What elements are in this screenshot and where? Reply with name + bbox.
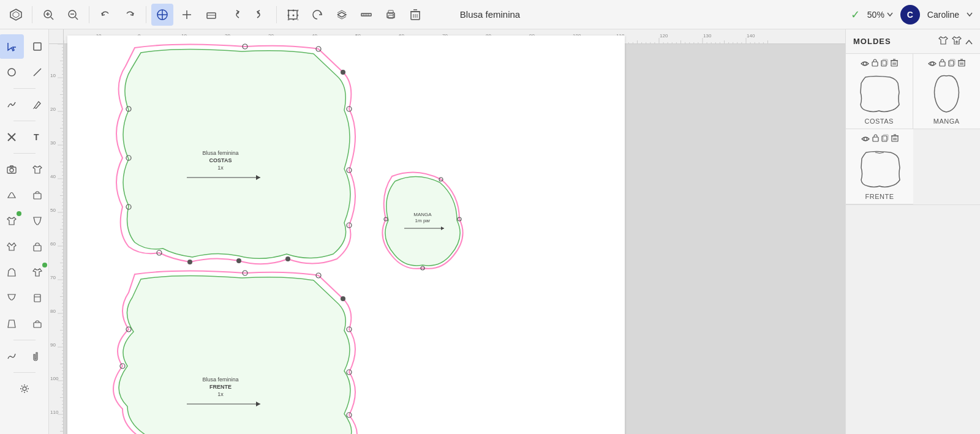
manga-lock-icon[interactable] bbox=[939, 59, 946, 69]
shirt1-tool[interactable] bbox=[25, 157, 50, 182]
svg-rect-471 bbox=[872, 62, 878, 66]
svg-text:40: 40 bbox=[50, 174, 56, 179]
panel-header: MOLDES bbox=[846, 29, 980, 54]
layers-button[interactable] bbox=[331, 4, 353, 26]
select-tool-button[interactable] bbox=[151, 4, 173, 26]
pen-tool[interactable] bbox=[25, 92, 50, 117]
clip-tool[interactable] bbox=[25, 344, 50, 369]
circle-tool[interactable] bbox=[0, 60, 24, 84]
add-point-button[interactable] bbox=[176, 4, 198, 26]
zoom-in-button[interactable] bbox=[37, 4, 59, 26]
zoom-value: 50% bbox=[867, 10, 884, 20]
zoom-out-button[interactable] bbox=[62, 4, 84, 26]
costas-copy-icon[interactable] bbox=[881, 59, 888, 69]
frente-icons-row bbox=[861, 134, 899, 144]
panel-shirt-icon[interactable] bbox=[938, 36, 948, 47]
svg-text:10: 10 bbox=[50, 73, 56, 78]
svg-line-43 bbox=[34, 69, 41, 76]
left-toolbar: T bbox=[0, 29, 49, 434]
user-avatar[interactable]: C bbox=[900, 5, 920, 24]
svg-rect-51 bbox=[34, 245, 41, 251]
redo-button[interactable] bbox=[119, 4, 141, 26]
manga-copy-icon[interactable] bbox=[948, 59, 956, 69]
close-tool[interactable] bbox=[0, 125, 24, 149]
costas-delete-icon[interactable] bbox=[891, 59, 898, 69]
blouse-tool[interactable] bbox=[0, 209, 24, 233]
hat-tool[interactable] bbox=[0, 183, 24, 208]
panel-add-icon[interactable] bbox=[952, 36, 962, 47]
blouse-dot bbox=[17, 211, 21, 216]
manga-eye-icon[interactable] bbox=[928, 59, 937, 69]
svg-text:100: 100 bbox=[50, 376, 59, 381]
rect-tool[interactable] bbox=[25, 34, 50, 59]
ruler-corner bbox=[49, 29, 64, 44]
rotate-button[interactable] bbox=[306, 4, 328, 26]
svg-point-18 bbox=[293, 9, 295, 11]
svg-point-20 bbox=[288, 14, 290, 16]
svg-line-5 bbox=[51, 17, 53, 20]
costas-eye-icon[interactable] bbox=[861, 59, 869, 69]
tshirt-tool[interactable] bbox=[25, 260, 50, 285]
svg-text:30: 30 bbox=[50, 140, 56, 146]
tool-sep2 bbox=[13, 121, 36, 121]
measure-button[interactable] bbox=[355, 4, 377, 26]
main-toolbar: Blusa feminina ✓ 50% C Caroline bbox=[0, 0, 980, 29]
user-name: Caroline bbox=[927, 10, 959, 20]
canvas-area[interactable]: -70-60-50-40-30-20-100102030405060708090… bbox=[49, 29, 845, 434]
jacket-tool[interactable] bbox=[0, 234, 24, 259]
camera-tool[interactable] bbox=[0, 157, 24, 182]
manga-icons-row bbox=[928, 59, 965, 69]
costas-lock-icon[interactable] bbox=[872, 59, 878, 69]
svg-text:110: 110 bbox=[50, 410, 59, 415]
svg-text:140: 140 bbox=[747, 33, 755, 39]
tool-sep5 bbox=[13, 372, 36, 373]
line-tool[interactable] bbox=[25, 60, 50, 84]
svg-point-49 bbox=[10, 168, 13, 172]
frente-copy-icon[interactable] bbox=[881, 134, 889, 144]
text-tool[interactable]: T bbox=[25, 125, 50, 149]
canvas-paper bbox=[67, 36, 625, 434]
svg-rect-482 bbox=[949, 61, 954, 66]
frente-eye-icon[interactable] bbox=[861, 135, 870, 144]
freehand-tool[interactable] bbox=[0, 92, 24, 117]
manga-thumbnail bbox=[922, 72, 971, 115]
svg-rect-473 bbox=[883, 59, 888, 65]
frente-delete-icon[interactable] bbox=[891, 134, 899, 144]
frente-lock-icon[interactable] bbox=[872, 134, 879, 144]
bag2-tool[interactable] bbox=[25, 234, 50, 259]
zoom-control[interactable]: 50% bbox=[867, 10, 893, 20]
skirt-tool[interactable] bbox=[0, 312, 24, 336]
delete-button[interactable] bbox=[404, 4, 426, 26]
stitch-tool[interactable] bbox=[0, 344, 24, 369]
arrow-tool[interactable] bbox=[0, 34, 24, 59]
undo-button[interactable] bbox=[94, 4, 116, 26]
dress-tool[interactable] bbox=[0, 260, 24, 285]
purse-tool[interactable] bbox=[25, 312, 50, 336]
curve-right-button[interactable] bbox=[249, 4, 271, 26]
svg-marker-0 bbox=[10, 9, 21, 20]
settings-tool[interactable] bbox=[12, 376, 37, 401]
manga-delete-icon[interactable] bbox=[958, 59, 965, 69]
curve-left-button[interactable] bbox=[225, 4, 247, 26]
panel-collapse-icon[interactable] bbox=[965, 37, 973, 47]
pants-tool[interactable] bbox=[25, 209, 50, 233]
svg-rect-41 bbox=[34, 43, 41, 50]
ruler-left-svg: 102030405060708090100110120 bbox=[49, 44, 64, 434]
pocket-tool[interactable] bbox=[25, 286, 50, 310]
erase-button[interactable] bbox=[200, 4, 222, 26]
svg-rect-54 bbox=[34, 323, 41, 327]
svg-point-470 bbox=[863, 62, 866, 65]
shorts-tool[interactable] bbox=[0, 286, 24, 310]
panel-header-icons bbox=[938, 36, 973, 47]
print-button[interactable] bbox=[380, 4, 402, 26]
grid-button[interactable] bbox=[282, 4, 304, 26]
molde-manga: MANGA bbox=[913, 54, 981, 129]
check-icon: ✓ bbox=[851, 8, 860, 21]
manga-label: MANGA bbox=[933, 118, 960, 125]
ruler-left: 102030405060708090100110120 bbox=[49, 44, 64, 434]
logo-button[interactable] bbox=[5, 4, 27, 26]
frente-thumbnail bbox=[855, 148, 904, 190]
svg-rect-52 bbox=[34, 294, 40, 302]
bag-tool[interactable] bbox=[25, 183, 50, 208]
tool-sep3 bbox=[13, 153, 36, 154]
